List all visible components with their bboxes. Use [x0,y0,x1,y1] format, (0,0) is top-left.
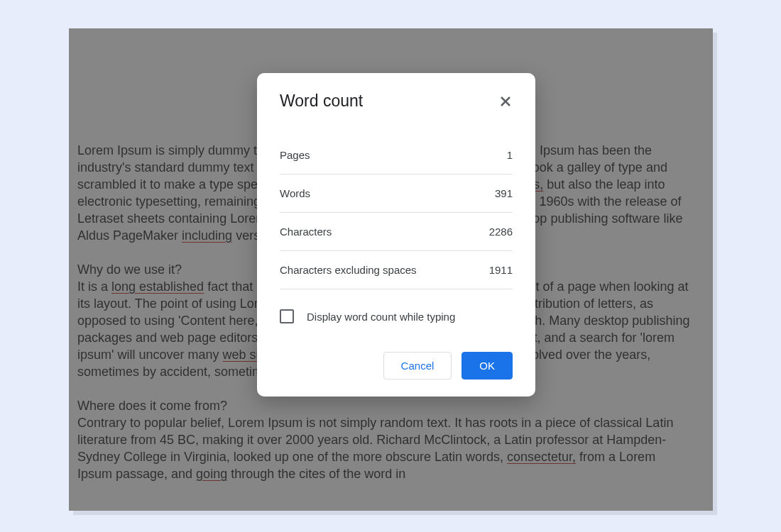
stat-label: Characters excluding spaces [280,264,417,276]
dialog-title: Word count [280,92,363,111]
stat-row-characters-nospace: Characters excluding spaces 1911 [280,251,513,289]
cancel-button[interactable]: Cancel [383,352,452,379]
stat-row-characters: Characters 2286 [280,213,513,251]
stat-label: Characters [280,226,332,238]
checkbox[interactable] [280,309,294,323]
dialog-actions: Cancel OK [280,352,513,379]
stat-value: 1 [507,149,513,161]
stat-label: Words [280,187,310,199]
dialog-header: Word count [280,92,513,111]
close-button[interactable] [498,94,513,109]
ok-button[interactable]: OK [462,352,513,379]
display-while-typing-option[interactable]: Display word count while typing [280,289,513,352]
close-icon [500,96,511,107]
word-count-dialog: Word count Pages 1 Words 391 Characters … [257,73,535,397]
stat-value: 1911 [489,264,513,276]
stat-value: 391 [495,187,513,199]
stat-label: Pages [280,149,310,161]
stat-row-words: Words 391 [280,174,513,213]
checkbox-label: Display word count while typing [307,311,455,323]
stat-value: 2286 [489,226,513,238]
stat-row-pages: Pages 1 [280,136,513,174]
